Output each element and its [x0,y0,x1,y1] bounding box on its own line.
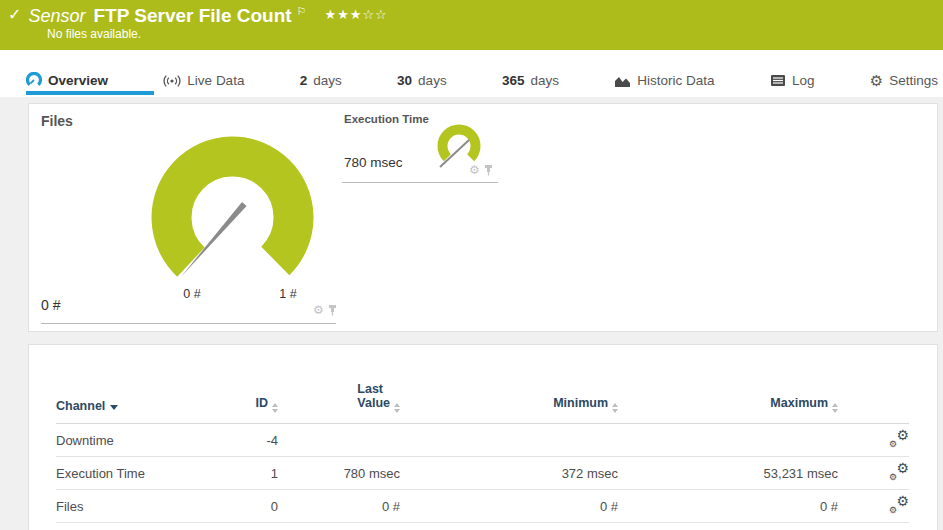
tab-overview[interactable]: Overview [26,72,108,88]
execution-time-current-value: 780 msec [344,155,403,170]
tab-label: days [530,73,559,88]
table-row: Files 0 0 # 0 # 0 # ⚙⚙ [56,490,909,523]
tab-number: 30 [397,73,412,88]
channel-name: Downtime [56,433,236,448]
channel-last-value: 780 msec [278,466,400,481]
sensor-status-bar: ✓ Sensor FTP Server File Count ⚐ ★★★☆☆ N… [0,0,943,50]
files-scale-min: 0 # [172,287,212,301]
channel-name: Files [56,499,236,514]
column-header-channel[interactable]: Channel [56,399,236,413]
files-gauge [149,133,316,284]
table-row: Execution Time 1 780 msec 372 msec 53,23… [56,457,909,490]
tab-label: days [418,73,447,88]
files-gauge-title: Files [41,113,73,129]
column-header-id[interactable]: ID [236,396,278,413]
tab-label: Live Data [187,73,244,88]
column-header-label: ID [256,396,269,410]
pin-icon[interactable] [484,164,493,176]
pin-icon[interactable] [328,304,337,316]
tab-log[interactable]: Log [770,73,815,88]
star-empty-icon[interactable]: ☆ [362,7,375,22]
column-header-label: Minimum [553,396,608,410]
channel-id: 0 [236,499,278,514]
channels-table: Channel ID Last Value Minimum Maximum Do… [56,345,909,523]
channel-maximum: 53,231 msec [618,466,838,481]
tab-number: 2 [300,73,308,88]
channel-settings-icon[interactable]: ⚙⚙ [889,463,909,480]
column-header-label: Last [278,382,400,396]
sensor-title: FTP Server File Count [93,4,291,28]
tab-label: days [313,73,342,88]
sort-icon [832,403,838,413]
sensor-kind-label: Sensor [28,4,85,28]
column-header-last-value[interactable]: Last Value [278,382,400,413]
channel-settings-icon[interactable]: ⚙⚙ [889,430,909,447]
star-empty-icon[interactable]: ☆ [375,7,388,22]
column-header-label: Maximum [770,396,828,410]
gear-icon: ⚙ [870,74,883,88]
tab-30-days[interactable]: 30 days [397,73,447,88]
gauges-card: Files 0 # 1 # 0 # ⚙ Execution Time 780 m… [28,103,938,332]
star-filled-icon[interactable]: ★ [324,7,337,22]
star-filled-icon[interactable]: ★ [337,7,350,22]
star-filled-icon[interactable]: ★ [350,7,363,22]
channel-minimum: 372 msec [400,466,618,481]
channel-settings-icon[interactable]: ⚙⚙ [889,496,909,513]
table-row: Downtime -4 ⚙⚙ [56,424,909,457]
gauge-settings-gear-icon[interactable]: ⚙ [313,304,324,316]
tab-365-days[interactable]: 365 days [502,73,559,88]
historic-data-icon [614,74,631,88]
flag-icon[interactable]: ⚐ [297,5,307,17]
tab-strip: Overview Live Data 2 days 30 days 365 da… [0,50,943,97]
table-header-row: Channel ID Last Value Minimum Maximum [56,345,909,424]
gauge-settings-gear-icon[interactable]: ⚙ [469,164,480,176]
tab-historic-data[interactable]: Historic Data [614,73,714,88]
files-scale-max: 1 # [268,287,308,301]
active-tab-indicator [26,91,154,95]
channel-name: Execution Time [56,466,236,481]
channels-table-card: Channel ID Last Value Minimum Maximum Do… [28,344,938,530]
column-header-label: Channel [56,399,105,413]
sensor-status-message: No files available. [47,27,141,41]
tab-2-days[interactable]: 2 days [300,73,342,88]
files-current-value: 0 # [41,297,60,313]
tab-label: Historic Data [637,73,714,88]
channel-minimum: 0 # [400,499,618,514]
tab-settings[interactable]: ⚙ Settings [870,73,938,88]
priority-rating[interactable]: ★★★☆☆ [324,7,387,22]
tab-number: 365 [502,73,525,88]
column-header-minimum[interactable]: Minimum [400,396,618,413]
channel-id: 1 [236,466,278,481]
channel-last-value: 0 # [278,499,400,514]
column-header-label: Value [357,396,390,410]
sort-descending-icon [110,405,118,410]
tab-live-data[interactable]: Live Data [163,73,244,88]
live-data-icon [163,74,181,88]
tab-label: Settings [889,73,938,88]
column-header-maximum[interactable]: Maximum [618,396,838,413]
execution-time-gauge-title: Execution Time [344,113,429,125]
gauge-icon [26,72,42,88]
log-icon [770,74,786,87]
files-panel-divider [41,323,336,324]
execution-time-panel-divider [342,182,498,183]
channel-id: -4 [236,433,278,448]
status-check-icon: ✓ [8,4,21,26]
tab-label: Overview [48,73,108,88]
tab-label: Log [792,73,815,88]
channel-maximum: 0 # [618,499,838,514]
